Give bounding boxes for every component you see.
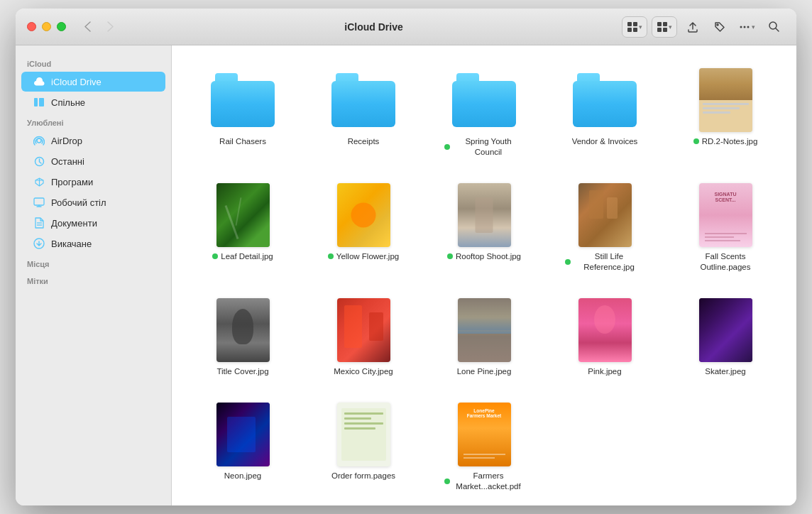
file-item-rd-notes[interactable]: RD.2-Notes.jpg — [669, 62, 782, 163]
sidebar-item-recents[interactable]: Останні — [21, 151, 165, 171]
cloud-icon — [33, 75, 45, 88]
main-content: iCloud iCloud Drive Спільне — [16, 45, 796, 505]
sidebar-item-documents[interactable]: Документи — [21, 213, 165, 233]
sync-dot-leaf — [212, 253, 218, 259]
sidebar-item-apps[interactable]: Програми — [21, 172, 165, 192]
close-button[interactable] — [27, 22, 36, 31]
list-view-chevron: ▾ — [669, 23, 672, 31]
svg-rect-6 — [657, 28, 662, 32]
back-button[interactable] — [77, 19, 97, 35]
file-item-lone-pine[interactable]: Lone Pine.jpeg — [427, 292, 541, 383]
file-item-fall-scents[interactable]: SIGNATUSCENT... Fall Scents Outline.page… — [669, 177, 782, 278]
share-button[interactable] — [681, 17, 704, 37]
thumb-skater — [693, 298, 757, 362]
forward-button[interactable] — [100, 19, 120, 35]
file-item-mexico-city[interactable]: Mexico City.jpeg — [307, 292, 420, 383]
sync-dot-still-life — [565, 259, 571, 265]
svg-rect-7 — [663, 28, 667, 32]
file-item-neon[interactable]: Neon.jpeg — [186, 397, 300, 498]
file-item-vendor-invoices[interactable]: Vendor & Invoices — [548, 62, 662, 163]
view-chevron: ▾ — [639, 23, 642, 31]
thumb-yellow-flower — [331, 183, 395, 247]
file-item-yellow-flower[interactable]: Yellow Flower.jpg — [307, 177, 420, 278]
downloads-icon — [33, 237, 45, 250]
file-item-leaf-detail[interactable]: Leaf Detail.jpg — [186, 177, 300, 278]
svg-rect-1 — [633, 22, 637, 26]
document-icon — [33, 217, 45, 229]
svg-point-11 — [747, 26, 750, 28]
thumb-still-life — [573, 183, 637, 247]
file-item-title-cover[interactable]: Title Cover.jpg — [186, 292, 300, 383]
sync-dot-rooftop — [447, 253, 453, 259]
file-item-rail-chasers[interactable]: Rail Chasers — [186, 62, 300, 163]
sidebar: iCloud iCloud Drive Спільне — [16, 45, 172, 505]
thumb-rooftop-shoot — [452, 183, 516, 247]
thumb-fall-scents: SIGNATUSCENT... — [693, 183, 757, 247]
file-label-farmers-market: Farmers Market...acket.pdf — [453, 471, 524, 492]
file-item-farmers-market[interactable]: LonePineFarmers Market Farmers Market...… — [427, 397, 541, 498]
shared-label: Спільне — [51, 97, 85, 108]
file-item-pink[interactable]: Pink.jpeg — [548, 292, 662, 383]
more-chevron: ▾ — [752, 23, 755, 31]
svg-rect-5 — [663, 22, 667, 26]
recents-label: Останні — [51, 156, 84, 167]
file-label-vendor-invoices: Vendor & Invoices — [572, 136, 638, 147]
list-view-button[interactable]: ▾ — [652, 17, 676, 37]
folder-thumb-spring-youth — [452, 68, 516, 132]
tag-button[interactable] — [708, 17, 731, 37]
airdrop-label: AirDrop — [51, 136, 82, 146]
file-label-lone-pine: Lone Pine.jpeg — [457, 366, 512, 377]
thumb-neon — [211, 403, 275, 466]
folder-thumb-receipts — [331, 68, 395, 132]
sidebar-item-downloads[interactable]: Викачане — [21, 234, 165, 253]
file-label-order-form: Order form.pages — [331, 471, 395, 481]
svg-rect-2 — [627, 28, 632, 32]
documents-label: Документи — [51, 218, 97, 229]
file-item-order-form[interactable]: Order form.pages — [307, 397, 420, 498]
file-label-mexico-city: Mexico City.jpeg — [334, 366, 393, 377]
favorites-section-label: Улюблені — [16, 113, 171, 130]
view-switcher: ▾ — [622, 16, 647, 38]
shared-icon — [33, 96, 45, 109]
thumb-mexico-city — [331, 298, 395, 362]
file-grid: Rail Chasers Receipts — [186, 62, 782, 498]
file-label-still-life: Still Life Reference.jpg — [574, 251, 644, 273]
file-label-rd-notes: RD.2-Notes.jpg — [702, 136, 758, 147]
file-label-fall-scents: Fall Scents Outline.pages — [690, 251, 761, 273]
sidebar-item-icloud-drive[interactable]: iCloud Drive — [21, 72, 165, 92]
thumb-farmers-market: LonePineFarmers Market — [452, 403, 516, 466]
titlebar: iCloud Drive ▾ ▾ — [16, 9, 796, 45]
list-view-group: ▾ — [652, 16, 677, 38]
file-item-skater[interactable]: Skater.jpeg — [669, 292, 782, 383]
sidebar-item-desktop[interactable]: Робочий стіл — [21, 192, 165, 212]
sidebar-item-shared[interactable]: Спільне — [21, 92, 165, 112]
file-label-rail-chasers: Rail Chasers — [219, 136, 266, 147]
thumb-title-cover — [211, 298, 275, 362]
finder-window: iCloud Drive ▾ ▾ — [16, 9, 796, 505]
svg-point-9 — [740, 26, 742, 28]
more-button[interactable]: ▾ — [735, 17, 758, 37]
search-button[interactable] — [762, 17, 785, 37]
sidebar-item-airdrop[interactable]: AirDrop — [21, 131, 165, 151]
minimize-button[interactable] — [42, 22, 51, 31]
file-label-yellow-flower: Yellow Flower.jpg — [336, 251, 399, 262]
file-item-rooftop-shoot[interactable]: Rooftop Shoot.jpg — [427, 177, 541, 278]
maximize-button[interactable] — [57, 22, 66, 31]
window-title: iCloud Drive — [131, 21, 616, 33]
svg-point-8 — [717, 24, 718, 26]
icloud-section-label: iCloud — [16, 54, 171, 71]
thumb-pink — [573, 298, 637, 362]
folder-thumb-vendor-invoices — [573, 68, 637, 132]
sync-dot-farmers — [444, 479, 450, 484]
airdrop-icon — [33, 134, 45, 147]
desktop-label: Робочий стіл — [51, 197, 106, 208]
tags-section-label: Мітки — [16, 271, 171, 288]
file-item-receipts[interactable]: Receipts — [307, 62, 420, 163]
svg-rect-3 — [633, 28, 637, 32]
folder-thumb-rail-chasers — [211, 68, 275, 132]
file-item-spring-youth[interactable]: Spring Youth Council — [427, 62, 541, 163]
file-item-still-life[interactable]: Still Life Reference.jpg — [548, 177, 662, 278]
icon-view-button[interactable]: ▾ — [622, 17, 647, 37]
toolbar-right: ▾ ▾ — [622, 16, 785, 38]
file-label-skater: Skater.jpeg — [705, 366, 746, 377]
